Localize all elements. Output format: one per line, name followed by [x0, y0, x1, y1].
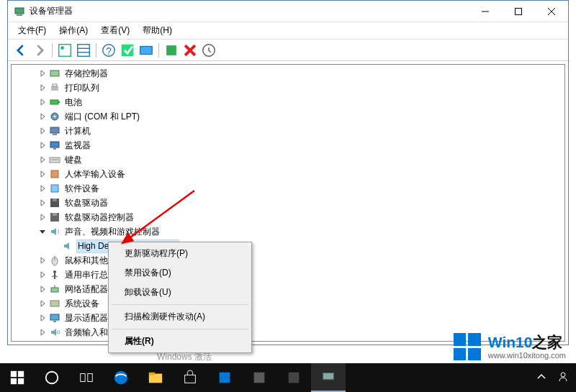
- cortana-button[interactable]: [35, 363, 69, 392]
- tree-node[interactable]: 键盘: [12, 152, 564, 167]
- app-icon: [14, 6, 25, 17]
- computer-icon: [49, 125, 60, 137]
- expand-icon[interactable]: [37, 97, 48, 107]
- context-menu-item[interactable]: 扫描检测硬件改动(A): [110, 307, 250, 327]
- toolbar-icon[interactable]: [200, 42, 217, 59]
- tree-node[interactable]: 软件设备: [12, 181, 564, 196]
- network-icon: [49, 283, 60, 295]
- tree-node[interactable]: 存储控制器: [12, 66, 564, 81]
- taskbar-edge[interactable]: [104, 363, 138, 392]
- tray-up-icon[interactable]: [536, 371, 547, 385]
- context-menu-item[interactable]: 卸载设备(U): [110, 283, 250, 302]
- expand-icon[interactable]: [37, 126, 48, 136]
- minimize-button[interactable]: [469, 1, 502, 22]
- speaker-icon: [62, 240, 73, 252]
- expand-icon[interactable]: [37, 313, 48, 323]
- tree-node[interactable]: 鼠标和其他指针设备: [12, 253, 564, 268]
- expand-icon[interactable]: [37, 298, 48, 309]
- toolbar-icon[interactable]: [75, 42, 92, 59]
- taskbar-devmgr[interactable]: [311, 363, 346, 392]
- expand-icon[interactable]: [37, 327, 48, 337]
- tree-node[interactable]: 显示适配器: [12, 311, 564, 325]
- system-icon: [49, 298, 60, 309]
- expand-icon[interactable]: [37, 284, 48, 294]
- toolbar: ?: [8, 40, 568, 61]
- toolbar-icon[interactable]: [119, 42, 136, 59]
- tree-node-label: 监视器: [63, 139, 92, 152]
- svg-rect-7: [61, 46, 64, 49]
- menu-help[interactable]: 帮助(H): [137, 23, 178, 38]
- taskbar-app[interactable]: [242, 363, 276, 392]
- expand-icon[interactable]: [37, 270, 48, 280]
- monitor-icon: [49, 140, 60, 151]
- context-menu-item[interactable]: 禁用设备(D): [110, 263, 250, 283]
- expand-icon[interactable]: [37, 183, 48, 193]
- tree-node[interactable]: High Definition Audio 设备: [12, 239, 564, 253]
- expand-icon[interactable]: [37, 111, 48, 122]
- uninstall-button[interactable]: [181, 42, 199, 59]
- toolbar-icon[interactable]: [163, 42, 180, 59]
- tray-people-icon[interactable]: [557, 371, 569, 385]
- tree-node-label: 声音、视频和游戏控制器: [63, 225, 161, 239]
- tree-node[interactable]: 软盘驱动器: [12, 196, 564, 210]
- keyboard-icon: [49, 154, 60, 165]
- context-menu-item[interactable]: 更新驱动程序(P): [110, 244, 250, 263]
- expand-icon[interactable]: [37, 155, 48, 165]
- tree-node-label: 人体学输入设备: [63, 168, 127, 181]
- svg-point-57: [114, 371, 127, 384]
- svg-rect-55: [81, 374, 85, 382]
- task-view-button[interactable]: [69, 363, 104, 392]
- menu-action[interactable]: 操作(A): [53, 23, 94, 38]
- toolbar-icon[interactable]: [56, 42, 73, 59]
- taskbar-app[interactable]: [207, 363, 242, 392]
- sound-icon: [49, 226, 60, 237]
- menubar: 文件(F) 操作(A) 查看(V) 帮助(H): [8, 22, 568, 40]
- svg-rect-59: [149, 373, 155, 375]
- watermark: Win10之家 www.win10xitong.com: [454, 333, 566, 360]
- start-button[interactable]: [0, 363, 35, 392]
- scan-hardware-button[interactable]: [138, 42, 155, 59]
- collapse-icon[interactable]: [37, 227, 48, 237]
- expand-icon[interactable]: [37, 169, 48, 179]
- tree-node[interactable]: 端口 (COM 和 LPT): [12, 109, 564, 124]
- expand-icon[interactable]: [37, 83, 48, 93]
- close-button[interactable]: [535, 1, 568, 22]
- tree-node[interactable]: 计算机: [12, 124, 564, 138]
- help-button[interactable]: ?: [100, 42, 117, 59]
- software-icon: [49, 183, 60, 194]
- tree-node[interactable]: 网络适配器: [12, 282, 564, 296]
- taskbar-explorer[interactable]: [138, 363, 173, 392]
- svg-rect-33: [53, 199, 57, 201]
- svg-rect-50: [11, 371, 17, 377]
- expand-icon[interactable]: [37, 140, 48, 150]
- tree-node[interactable]: 系统设备: [12, 296, 564, 311]
- tree-node[interactable]: 打印队列: [12, 81, 564, 95]
- svg-rect-8: [78, 44, 90, 56]
- content-area: 存储控制器打印队列电池端口 (COM 和 LPT)计算机监视器键盘人体学输入设备…: [8, 61, 568, 345]
- tree-node[interactable]: 软盘驱动器控制器: [12, 210, 564, 224]
- back-button[interactable]: [12, 42, 30, 59]
- tree-node[interactable]: 电池: [12, 95, 564, 109]
- spacer: [50, 241, 60, 251]
- device-tree[interactable]: 存储控制器打印队列电池端口 (COM 和 LPT)计算机监视器键盘人体学输入设备…: [11, 64, 565, 342]
- expand-icon[interactable]: [37, 255, 48, 265]
- battery-icon: [49, 96, 60, 108]
- context-menu-item[interactable]: 属性(R): [110, 332, 250, 351]
- tree-node[interactable]: 通用串行总线控制器: [12, 268, 564, 282]
- svg-rect-3: [516, 8, 522, 14]
- maximize-button[interactable]: [502, 1, 535, 22]
- taskbar-store[interactable]: [173, 363, 207, 392]
- menu-file[interactable]: 文件(F): [12, 23, 52, 38]
- taskbar-app[interactable]: [276, 363, 311, 392]
- tree-node[interactable]: 监视器: [12, 138, 564, 152]
- menu-view[interactable]: 查看(V): [95, 23, 135, 38]
- tree-node[interactable]: 人体学输入设备: [12, 167, 564, 181]
- svg-rect-62: [254, 373, 265, 383]
- taskbar: [0, 363, 576, 392]
- floppyctrl-icon: [49, 211, 60, 223]
- expand-icon[interactable]: [37, 68, 48, 78]
- expand-icon[interactable]: [37, 212, 48, 222]
- tree-node[interactable]: 声音、视频和游戏控制器: [12, 224, 564, 239]
- expand-icon[interactable]: [37, 198, 48, 208]
- forward-button[interactable]: [31, 42, 48, 59]
